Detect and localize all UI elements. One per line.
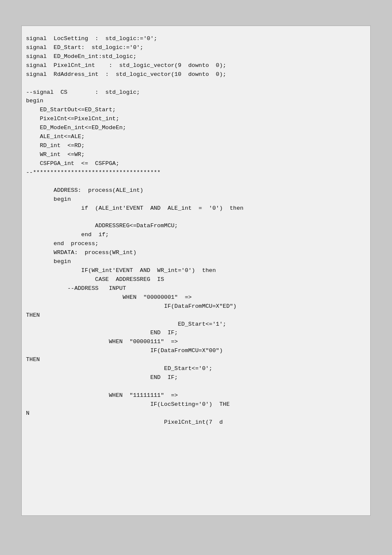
code-line: signal LocSetting : std_logic:='0'; bbox=[26, 35, 362, 43]
code-line: signal PixelCnt_int : std_logic_vector(9… bbox=[26, 61, 362, 70]
code-line: N bbox=[26, 409, 362, 418]
code-line: ALE_int<=ALE; bbox=[26, 133, 362, 142]
code-line bbox=[26, 79, 362, 88]
code-line bbox=[26, 213, 362, 222]
code-line: --signal CS : std_logic; bbox=[26, 88, 362, 97]
code-line: signal ED_Start: std_logic:='0'; bbox=[26, 43, 362, 52]
code-content: signal LocSetting : std_logic:='0';signa… bbox=[26, 35, 362, 427]
code-line bbox=[26, 177, 362, 186]
code-line: RD_int <=RD; bbox=[26, 142, 362, 150]
code-line: begin bbox=[26, 195, 362, 204]
code-line: WR_int <=WR; bbox=[26, 150, 362, 159]
code-line: PixelCnt_int(7 d bbox=[26, 418, 362, 427]
code-line bbox=[26, 382, 362, 391]
code-line: end if; bbox=[26, 231, 362, 240]
code-line: ED_Start<='1'; bbox=[26, 320, 362, 329]
code-line: WHEN ″00000001″ => bbox=[26, 293, 362, 302]
code-line: ED_ModeEn_int<=ED_ModeEn; bbox=[26, 124, 362, 133]
code-line: begin bbox=[26, 257, 362, 266]
code-line: --************************************* bbox=[26, 168, 362, 177]
code-line: END IF; bbox=[26, 329, 362, 338]
code-line: signal RdAddress_int : std_logic_vector(… bbox=[26, 70, 362, 79]
code-line: begin bbox=[26, 97, 362, 106]
code-line: PixelCnt<=PixelCnt_int; bbox=[26, 115, 362, 124]
code-line: WRDATA: process(WR_int) bbox=[26, 249, 362, 257]
code-line: ADDRESS: process(ALE_int) bbox=[26, 186, 362, 195]
code-line: WHEN ″11111111″ => bbox=[26, 391, 362, 400]
code-line: THEN bbox=[26, 311, 362, 320]
code-line: end process; bbox=[26, 240, 362, 249]
code-line: ADDRESSREG<=DataFromMCU; bbox=[26, 222, 362, 231]
code-line: IF(WR_int'EVENT AND WR_int='0') then bbox=[26, 266, 362, 275]
code-line: WHEN ″00000111″ => bbox=[26, 338, 362, 347]
code-line: CSFPGA_int <= CSFPGA; bbox=[26, 159, 362, 168]
code-line: IF(LocSetting='0') THE bbox=[26, 400, 362, 409]
code-line: if (ALE_int'EVENT AND ALE_int = '0') the… bbox=[26, 204, 362, 213]
code-line: ED_Start<='0'; bbox=[26, 364, 362, 373]
code-line: END IF; bbox=[26, 373, 362, 382]
code-line: THEN bbox=[26, 356, 362, 364]
code-line: IF(DataFromMCU=X″00″) bbox=[26, 347, 362, 356]
code-line: signal ED_ModeEn_int:std_logic; bbox=[26, 52, 362, 61]
code-line: IF(DataFromMCU=X″ED″) bbox=[26, 302, 362, 311]
code-editor: signal LocSetting : std_logic:='0';signa… bbox=[21, 26, 371, 516]
code-line: --ADDRESS INPUT bbox=[26, 284, 362, 293]
code-line: ED_StartOut<=ED_Start; bbox=[26, 106, 362, 115]
code-line: CASE ADDRESSREG IS bbox=[26, 275, 362, 284]
